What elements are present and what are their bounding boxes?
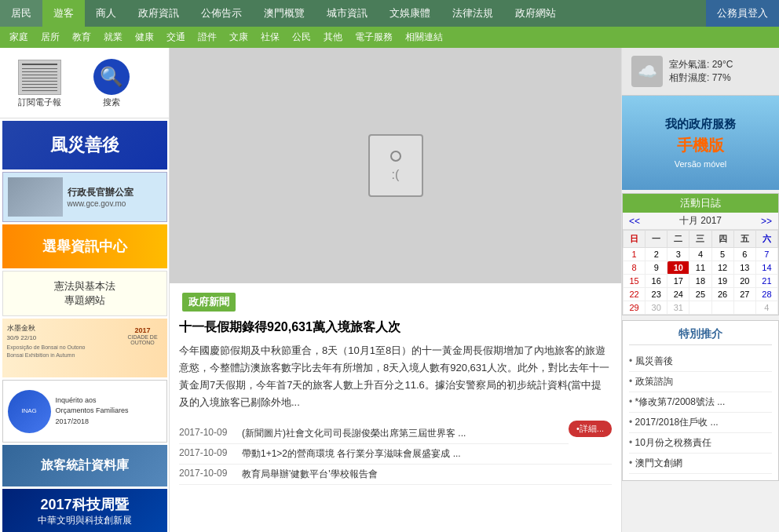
special-recommendations: 特別推介 風災善後政策諮詢*修改第7/2008號法 ...2017/2018住戶… bbox=[622, 320, 779, 481]
nav2-related[interactable]: 相關連結 bbox=[399, 28, 449, 46]
nav2-social[interactable]: 社保 bbox=[254, 28, 286, 46]
nav-login[interactable]: 公務員登入 bbox=[706, 0, 779, 27]
calendar-day[interactable]: 25 bbox=[689, 288, 711, 301]
news-header-label: 政府新聞 bbox=[182, 293, 236, 312]
special-list-item[interactable]: 政策諮詢 bbox=[629, 372, 772, 392]
calendar-day[interactable]: 7 bbox=[755, 248, 777, 261]
calendar-day[interactable]: 16 bbox=[646, 275, 667, 288]
gov-service-banner[interactable]: 我的政府服務 手機版 Versão móvel bbox=[622, 96, 779, 190]
search-icon-box: 🔍 bbox=[88, 57, 135, 97]
nav2-education[interactable]: 教育 bbox=[66, 28, 97, 46]
nav2-residence[interactable]: 居所 bbox=[35, 28, 66, 46]
broken-image-icon: :( bbox=[368, 134, 423, 197]
nav-macao[interactable]: 澳門概覽 bbox=[253, 0, 316, 27]
calendar-day[interactable]: 3 bbox=[667, 248, 689, 261]
nav-notice[interactable]: 公佈告示 bbox=[190, 0, 253, 27]
nav-culture[interactable]: 文娛康體 bbox=[379, 0, 441, 27]
nav2-civil[interactable]: 公民 bbox=[286, 28, 317, 46]
nav2-culture[interactable]: 文康 bbox=[223, 28, 254, 46]
calendar-day[interactable]: 10 bbox=[667, 261, 689, 275]
inquiry-line2: Orçamentos Familiares bbox=[56, 406, 129, 417]
nav-city[interactable]: 城市資訊 bbox=[316, 0, 379, 27]
calendar-day[interactable]: 15 bbox=[624, 275, 646, 288]
banner-arts[interactable]: 水墨金秋 30/9 22/10 Exposição de Bonsai no O… bbox=[2, 319, 167, 377]
calendar-day[interactable]: 5 bbox=[711, 248, 733, 261]
calendar-day[interactable]: 20 bbox=[733, 275, 755, 288]
special-list-item[interactable]: *修改第7/2008號法 ... bbox=[629, 392, 772, 413]
news-main-title[interactable]: 十一長假期錄得920,631萬入境旅客人次 bbox=[179, 319, 612, 336]
calendar-day[interactable]: 30 bbox=[646, 301, 667, 315]
special-list-item[interactable]: 10月份之稅務責任 bbox=[629, 433, 772, 454]
calendar-day[interactable]: 13 bbox=[733, 261, 755, 275]
nav-gov-info[interactable]: 政府資訊 bbox=[127, 0, 190, 27]
calendar-prev-button[interactable]: << bbox=[629, 216, 640, 227]
nav2-transport[interactable]: 交通 bbox=[160, 28, 192, 46]
calendar-day[interactable]: 4 bbox=[689, 248, 711, 261]
calendar-day[interactable]: 17 bbox=[667, 275, 689, 288]
humidity-label: 相對濕度: bbox=[669, 72, 709, 83]
calendar-day[interactable]: 24 bbox=[667, 288, 689, 301]
news-link-2[interactable]: 教育局舉辦'健數平台'學校報告會 bbox=[242, 468, 378, 481]
news-link-0[interactable]: (新聞圖片)社會文化司司長謝俊榮出席第三屆世界客 ... bbox=[242, 427, 466, 440]
nav2-family[interactable]: 家庭 bbox=[3, 28, 35, 46]
calendar-day[interactable]: 6 bbox=[733, 248, 755, 261]
nav2-documents[interactable]: 證件 bbox=[192, 28, 223, 46]
banner-office[interactable]: 行政長官辦公室 www.gce.gov.mo bbox=[2, 172, 167, 222]
calendar-day[interactable]: 1 bbox=[624, 248, 646, 261]
news-link-1[interactable]: 帶動1+1>2的營商環境 各行業分享滋味會展盛宴成 ... bbox=[242, 447, 461, 461]
calendar-next-button[interactable]: >> bbox=[761, 216, 772, 227]
calendar-day[interactable]: 26 bbox=[711, 288, 733, 301]
cal-header-fri: 五 bbox=[733, 231, 755, 248]
calendar-day[interactable]: 4 bbox=[755, 301, 777, 315]
special-list-item[interactable]: 2017/2018住戶收 ... bbox=[629, 413, 772, 433]
banner-tech[interactable]: 2017科技周暨 中華文明與科技創新展 bbox=[2, 489, 167, 532]
calendar-day[interactable]: 27 bbox=[733, 288, 755, 301]
calendar-day[interactable]: 22 bbox=[624, 288, 646, 301]
nav-resident[interactable]: 居民 bbox=[0, 0, 42, 27]
banner-election[interactable]: 選舉資訊中心 bbox=[2, 224, 167, 268]
special-list: 風災善後政策諮詢*修改第7/2008號法 ...2017/2018住戶收 ...… bbox=[629, 352, 772, 474]
nav-merchant[interactable]: 商人 bbox=[85, 0, 127, 27]
calendar-day[interactable]: 14 bbox=[755, 261, 777, 275]
calendar-day[interactable]: 19 bbox=[711, 275, 733, 288]
nav-govsite[interactable]: 政府網站 bbox=[504, 0, 567, 27]
inquiry-line1: Inquérito aos bbox=[56, 395, 129, 406]
nav-tourist[interactable]: 遊客 bbox=[42, 0, 85, 27]
calendar-day[interactable]: 11 bbox=[689, 261, 711, 275]
banner-inquiry[interactable]: INAG Inquérito aos Orçamentos Familiares… bbox=[2, 380, 167, 443]
tech-subtitle: 中華文明與科技創新展 bbox=[12, 514, 158, 527]
calendar-day[interactable]: 28 bbox=[755, 288, 777, 301]
nav-law[interactable]: 法律法規 bbox=[441, 0, 504, 27]
subscribe-link[interactable]: 訂閱電子報 bbox=[3, 54, 75, 111]
nav2-health[interactable]: 健康 bbox=[129, 28, 160, 46]
nav2-other[interactable]: 其他 bbox=[317, 28, 349, 46]
arts-date: 30/9 22/10 bbox=[7, 333, 123, 342]
nav2-employment[interactable]: 就業 bbox=[97, 28, 129, 46]
calendar-day[interactable]: 2 bbox=[646, 248, 667, 261]
weather-widget: ☁️ 室外氣溫: 29°C 相對濕度: 77% bbox=[622, 48, 779, 96]
nav2-eservices[interactable]: 電子服務 bbox=[349, 28, 399, 46]
fengzai-title: 風災善後 bbox=[50, 135, 119, 155]
calendar-day[interactable]: 9 bbox=[646, 261, 667, 275]
special-list-item[interactable]: 澳門文創網 bbox=[629, 454, 772, 474]
calendar-day[interactable]: 12 bbox=[711, 261, 733, 275]
banner-fengzai[interactable]: 風災善後 bbox=[2, 121, 167, 169]
calendar-day[interactable]: 18 bbox=[689, 275, 711, 288]
temp-value: 29°C bbox=[712, 59, 733, 70]
detail-button[interactable]: •詳細... bbox=[569, 421, 612, 437]
arts-year: 2017 bbox=[123, 326, 163, 334]
search-label: 搜索 bbox=[103, 97, 120, 108]
banner-tourism[interactable]: 旅客統計資料庫 bbox=[2, 445, 167, 486]
calendar-widget: 活動日誌 << 十月 2017 >> 日 一 二 三 四 五 六 bbox=[622, 193, 779, 315]
special-list-item[interactable]: 風災善後 bbox=[629, 352, 772, 372]
calendar-day[interactable]: 8 bbox=[624, 261, 646, 275]
calendar-day[interactable]: 23 bbox=[646, 288, 667, 301]
calendar-day[interactable]: 31 bbox=[667, 301, 689, 315]
constitution-line1: 憲法與基本法 bbox=[13, 279, 157, 293]
search-link[interactable]: 🔍 搜索 bbox=[75, 54, 148, 111]
calendar-month-label: 十月 2017 bbox=[679, 214, 722, 228]
banner-constitution[interactable]: 憲法與基本法 專題網站 bbox=[2, 271, 167, 316]
calendar-day[interactable]: 29 bbox=[624, 301, 646, 315]
calendar-day[interactable]: 21 bbox=[755, 275, 777, 288]
humidity-value: 77% bbox=[712, 72, 731, 83]
